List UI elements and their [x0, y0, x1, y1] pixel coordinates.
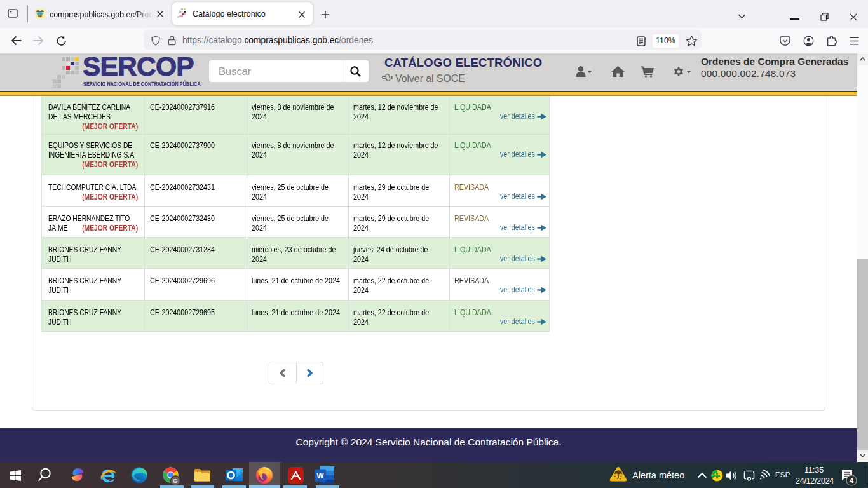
- svg-text:G: G: [173, 477, 177, 484]
- svg-text:4: 4: [850, 477, 854, 484]
- svg-text:W: W: [316, 471, 324, 480]
